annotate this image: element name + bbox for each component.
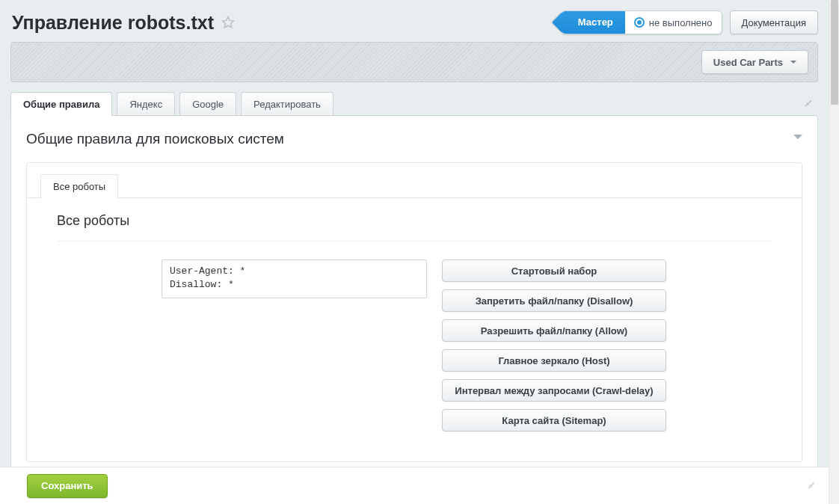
wizard-status[interactable]: не выполнено: [625, 17, 713, 28]
tab-general-rules[interactable]: Общие правила: [10, 92, 112, 116]
documentation-label: Документация: [742, 17, 807, 28]
action-allow[interactable]: Разрешить файл/папку (Allow): [442, 319, 666, 342]
tab-edit[interactable]: Редактировать: [241, 92, 334, 116]
documentation-button[interactable]: Документация: [730, 10, 819, 34]
wizard-group: Мастер не выполнено: [561, 10, 722, 34]
tabs: Общие правила Яндекс Google Редактироват…: [10, 91, 818, 115]
wizard-status-text: не выполнено: [649, 17, 713, 28]
panel-title: Общие правила для поисковых систем: [26, 131, 284, 147]
site-dropdown-label: Used Car Parts: [713, 57, 783, 68]
action-disallow[interactable]: Запретить файл/папку (Disallow): [442, 289, 666, 312]
action-crawl-delay[interactable]: Интервал между запросами (Crawl-delay): [442, 379, 666, 402]
favorite-star-icon[interactable]: [221, 16, 235, 29]
action-starter-set[interactable]: Стартовый набор: [442, 259, 666, 282]
robots-textarea[interactable]: [162, 259, 427, 298]
scrollbar-thumb[interactable]: [831, 0, 838, 105]
inner-box: Все роботы Все роботы Стартовый набор За…: [26, 162, 802, 462]
pin-icon[interactable]: [799, 93, 818, 114]
action-host[interactable]: Главное зеркало (Host): [442, 349, 666, 372]
scrollbar[interactable]: [829, 0, 839, 504]
title-bar: Управление robots.txt Мастер не выполнен…: [10, 9, 818, 42]
site-dropdown[interactable]: Used Car Parts: [701, 50, 808, 74]
radio-icon: [634, 17, 645, 28]
footer-pin-icon[interactable]: [806, 479, 817, 492]
action-sitemap[interactable]: Карта сайта (Sitemap): [442, 409, 666, 431]
svg-marker-0: [222, 17, 233, 28]
page-title: Управление robots.txt: [12, 12, 214, 34]
collapse-icon[interactable]: [793, 135, 802, 144]
footer-bar: Сохранить: [0, 467, 829, 504]
tab-google[interactable]: Google: [179, 92, 236, 116]
save-button[interactable]: Сохранить: [27, 474, 108, 498]
context-bar: Used Car Parts: [10, 42, 818, 82]
wizard-button[interactable]: Мастер: [562, 11, 625, 34]
tab-yandex[interactable]: Яндекс: [117, 92, 175, 116]
inner-tab-all-robots[interactable]: Все роботы: [40, 174, 118, 198]
panel-general-rules: Общие правила для поисковых систем Все р…: [10, 115, 818, 485]
inner-heading: Все роботы: [57, 213, 772, 242]
chevron-down-icon: [790, 61, 796, 67]
